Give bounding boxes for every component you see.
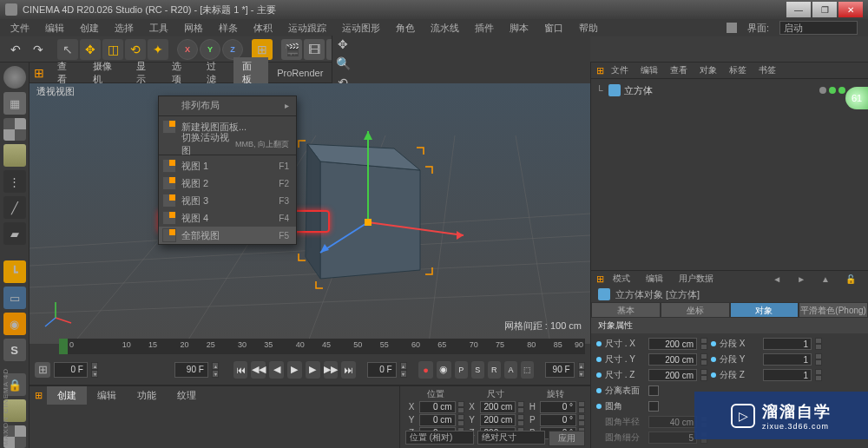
tl-key-p[interactable]: P [455, 361, 468, 379]
attrtab-edit[interactable]: 编辑 [639, 271, 670, 287]
fillet-checkbox[interactable] [648, 401, 659, 412]
menu-character[interactable]: 角色 [389, 20, 422, 36]
anim-dot[interactable] [711, 372, 716, 378]
size-x-field[interactable]: 200 cm [648, 338, 697, 350]
tl-next-frame[interactable]: ▶ [306, 361, 320, 379]
menu-mesh[interactable]: 网格 [177, 20, 210, 36]
menu-select[interactable]: 选择 [108, 20, 141, 36]
viewport-solo-button[interactable]: ▭ [3, 287, 26, 309]
object-tree[interactable]: └ 立方体 [591, 79, 868, 270]
anim-dot[interactable] [596, 357, 602, 362]
attr-lock-icon[interactable]: 🔓 [838, 273, 863, 286]
timeline-marker[interactable] [59, 339, 68, 354]
make-editable-button[interactable] [3, 66, 26, 89]
material-area[interactable] [30, 405, 399, 448]
viewport[interactable]: 透视视图 网格间距 : 100 cm [30, 83, 590, 336]
btab-create[interactable]: 创建 [47, 386, 87, 405]
rot-h-field[interactable]: 0 ° [540, 401, 576, 413]
tl-autokey[interactable]: ◉ [437, 361, 451, 379]
tl-key-s[interactable]: S [471, 361, 484, 379]
menu-motiontrack[interactable]: 运动跟踪 [281, 20, 333, 36]
menu-edit[interactable]: 编辑 [38, 20, 71, 36]
tl-prev-frame[interactable]: ◀ [269, 361, 284, 379]
snap-settings-button[interactable]: S [3, 339, 26, 361]
size-x-field[interactable]: 200 cm [480, 401, 516, 413]
attrtab-object[interactable]: 对象 [730, 302, 799, 318]
layout-dropdown[interactable]: 启动 [779, 21, 858, 35]
attrtab-mode[interactable]: 模式 [606, 271, 637, 287]
objtab-object[interactable]: 对象 [694, 63, 722, 78]
objtab-tags[interactable]: 标签 [724, 63, 752, 78]
attrtab-userdata[interactable]: 用户数据 [672, 271, 720, 287]
menu-plugins[interactable]: 插件 [468, 20, 501, 36]
attr-nav-up[interactable]: ▲ [814, 273, 837, 286]
objtab-view[interactable]: 查看 [665, 63, 693, 78]
attrtab-phong[interactable]: 平滑着色(Phong) [799, 302, 868, 318]
objtab-file[interactable]: 文件 [606, 63, 634, 78]
tl-end-field[interactable]: 90 F [174, 362, 208, 378]
tl-icon[interactable]: ⊞ [35, 362, 50, 378]
menu-pipeline[interactable]: 流水线 [424, 20, 466, 36]
anim-dot[interactable] [596, 388, 602, 393]
tl-start-spinner[interactable]: ▴▾ [91, 362, 98, 378]
pos-x-field[interactable]: 0 cm [419, 401, 456, 413]
layer-dot[interactable] [819, 87, 826, 94]
visibility-render-dot[interactable] [838, 87, 845, 94]
redo-button[interactable]: ↷ [28, 39, 49, 60]
btab-function[interactable]: 功能 [127, 386, 167, 405]
btab-texture[interactable]: 纹理 [167, 386, 207, 405]
window-min-button[interactable]: — [786, 2, 811, 17]
enable-axis-button[interactable]: ┗ [3, 260, 26, 283]
anim-dot[interactable] [596, 341, 602, 346]
menu-mograph[interactable]: 运动图形 [335, 20, 387, 36]
model-mode-button[interactable]: ▦ [3, 92, 26, 115]
btab-edit[interactable]: 编辑 [87, 386, 127, 405]
anim-dot[interactable] [596, 372, 602, 378]
tl-record[interactable]: ● [418, 361, 433, 379]
viewport-zoom-icon[interactable]: 🔍 [332, 55, 353, 72]
size-mode-select[interactable]: 绝对尺寸 [477, 431, 546, 445]
window-close-button[interactable]: ✕ [838, 2, 863, 17]
attrtab-basic[interactable]: 基本 [591, 302, 661, 318]
menu-toggle-view[interactable]: 切换活动视图 MMB, 向上翻页 [159, 135, 296, 153]
menu-help[interactable]: 帮助 [572, 20, 605, 36]
tl-cur-spinner[interactable]: ▴▾ [400, 362, 407, 378]
objtab-bookmarks[interactable]: 书签 [753, 63, 781, 78]
seg-y-field[interactable]: 1 [763, 353, 812, 366]
attr-nav-fwd[interactable]: ► [790, 273, 812, 286]
pos-y-field[interactable]: 0 cm [419, 414, 456, 426]
tl-next-key[interactable]: ▶▶ [324, 361, 339, 379]
render-pv-button[interactable]: 🎞 [304, 39, 325, 60]
menu-view-1[interactable]: 视图 1 F1 [159, 157, 296, 175]
poly-mode-button[interactable]: ▰ [3, 222, 26, 245]
menu-tools[interactable]: 工具 [142, 20, 175, 36]
attr-nav-back[interactable]: ◄ [766, 273, 788, 286]
size-y-field[interactable]: 200 cm [648, 353, 697, 366]
menu-script[interactable]: 脚本 [503, 20, 536, 36]
snap-button[interactable]: ◉ [3, 313, 26, 335]
attrtab-coord[interactable]: 坐标 [661, 302, 730, 318]
tl-key-r[interactable]: R [488, 361, 501, 379]
seg-z-field[interactable]: 1 [763, 369, 812, 381]
point-mode-button[interactable]: ⋮ [3, 170, 26, 193]
tl-key-a[interactable]: A [504, 361, 517, 379]
tree-arrow-icon[interactable]: └ [596, 85, 605, 96]
menu-view-all[interactable]: 全部视图 F5 [159, 227, 296, 244]
tl-current-field[interactable]: 0 F [367, 362, 396, 378]
tl-play[interactable]: ▶ [287, 361, 302, 379]
menu-arrange-layout[interactable]: 排列布局 ▸ [159, 96, 296, 114]
seg-x-field[interactable]: 1 [763, 338, 812, 350]
vtab-prorender[interactable]: ProRender [268, 65, 332, 81]
texture-mode-button[interactable] [3, 118, 26, 141]
tl-key-pla[interactable]: ⬚ [521, 361, 534, 379]
undo-button[interactable]: ↶ [5, 39, 26, 60]
menu-file[interactable]: 文件 [3, 20, 36, 36]
menu-view-4[interactable]: 视图 4 F4 [159, 209, 296, 227]
visibility-editor-dot[interactable] [829, 87, 836, 94]
anim-dot[interactable] [711, 357, 716, 362]
separate-surface-checkbox[interactable] [648, 385, 659, 396]
coord-mode-select[interactable]: 位置 (相对) [405, 431, 474, 445]
size-z-field[interactable]: 200 cm [648, 369, 697, 381]
menu-create[interactable]: 创建 [73, 20, 106, 36]
material-icon[interactable]: ⊞ [30, 388, 47, 404]
